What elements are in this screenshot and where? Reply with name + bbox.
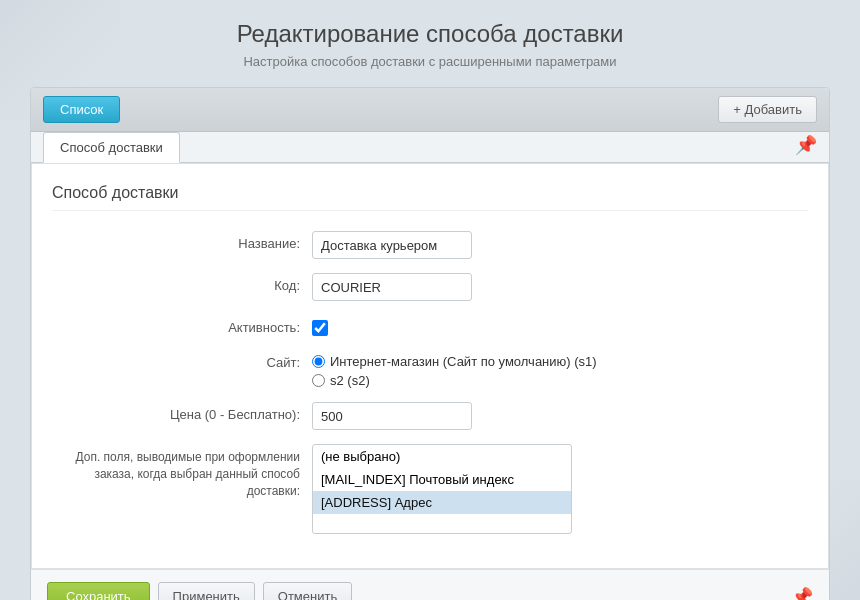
add-button[interactable]: Добавить — [718, 96, 817, 123]
site-radio-2[interactable] — [312, 374, 325, 387]
page-subtitle: Настройка способов доставки с расширенны… — [30, 54, 830, 69]
toolbar: Список Добавить — [31, 88, 829, 132]
apply-button[interactable]: Применить — [158, 582, 255, 600]
tab-delivery-method[interactable]: Способ доставки — [43, 132, 180, 163]
main-panel: Список Добавить Способ доставки 📌 Способ… — [30, 87, 830, 600]
site-option1-text: Интернет-магазин (Сайт по умолчанию) (s1… — [330, 354, 597, 369]
code-input[interactable] — [312, 273, 472, 301]
section-title: Способ доставки — [52, 184, 808, 211]
site-option2-label[interactable]: s2 (s2) — [312, 373, 597, 388]
site-label: Сайт: — [52, 350, 312, 370]
site-radio-group: Интернет-магазин (Сайт по умолчанию) (s1… — [312, 350, 597, 388]
price-row: Цена (0 - Бесплатно): — [52, 402, 808, 430]
select-option-address[interactable]: [ADDRESS] Адрес — [313, 491, 571, 514]
name-label: Название: — [52, 231, 312, 251]
footer-bar: Сохранить Применить Отменить 📌 — [31, 569, 829, 600]
name-input[interactable] — [312, 231, 472, 259]
select-option-mail-index[interactable]: [MAIL_INDEX] Почтовый индекс — [313, 468, 571, 491]
page-title: Редактирование способа доставки — [30, 20, 830, 48]
price-label: Цена (0 - Бесплатно): — [52, 402, 312, 422]
site-row: Сайт: Интернет-магазин (Сайт по умолчани… — [52, 350, 808, 388]
tabs-pin-icon: 📌 — [795, 134, 817, 162]
footer-pin-icon: 📌 — [791, 586, 813, 601]
extra-fields-select[interactable]: (не выбрано) [MAIL_INDEX] Почтовый индек… — [312, 444, 572, 534]
extra-fields-label: Доп. поля, выводимые при оформлении зака… — [52, 444, 312, 499]
extra-fields-row: Доп. поля, выводимые при оформлении зака… — [52, 444, 808, 534]
active-label: Активность: — [52, 315, 312, 335]
site-option1-label[interactable]: Интернет-магазин (Сайт по умолчанию) (s1… — [312, 354, 597, 369]
active-checkbox[interactable] — [312, 320, 328, 336]
price-input[interactable] — [312, 402, 472, 430]
list-button[interactable]: Список — [43, 96, 120, 123]
code-row: Код: — [52, 273, 808, 301]
name-row: Название: — [52, 231, 808, 259]
tabs-bar: Способ доставки 📌 — [31, 132, 829, 163]
site-radio-1[interactable] — [312, 355, 325, 368]
site-option2-text: s2 (s2) — [330, 373, 370, 388]
footer-buttons: Сохранить Применить Отменить — [47, 582, 352, 600]
cancel-button[interactable]: Отменить — [263, 582, 352, 600]
save-button[interactable]: Сохранить — [47, 582, 150, 600]
content-area: Способ доставки Название: Код: Активност… — [31, 163, 829, 569]
select-option-none[interactable]: (не выбрано) — [313, 445, 571, 468]
active-row: Активность: — [52, 315, 808, 336]
code-label: Код: — [52, 273, 312, 293]
